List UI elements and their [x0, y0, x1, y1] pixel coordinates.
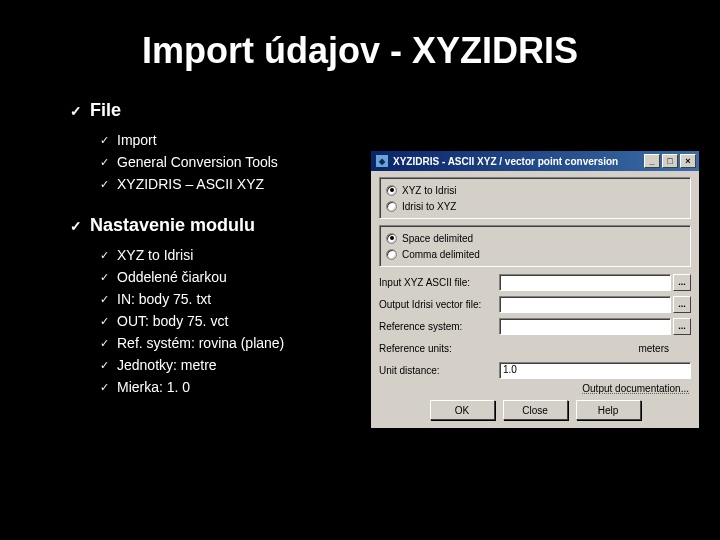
check-icon: ✓ [100, 244, 109, 266]
list-item-text: Mierka: 1. 0 [117, 376, 190, 398]
radio-icon [386, 233, 397, 244]
list-item-text: Oddelené čiarkou [117, 266, 227, 288]
radio-label: Idrisi to XYZ [402, 201, 456, 212]
radio-icon [386, 185, 397, 196]
radio-label: Comma delimited [402, 249, 480, 260]
slide-title: Import údajov - XYZIDRIS [0, 0, 720, 72]
refsys-field[interactable] [499, 318, 671, 335]
refsys-label: Reference system: [379, 321, 499, 332]
list-item: ✓Jednotky: metre [100, 354, 284, 376]
output-file-label: Output Idrisi vector file: [379, 299, 499, 310]
section-heading-text: Nastavenie modulu [90, 215, 255, 236]
input-file-label: Input XYZ ASCII file: [379, 277, 499, 288]
list-item-text: Import [117, 129, 157, 151]
unitdist-field[interactable]: 1.0 [499, 362, 691, 379]
maximize-button[interactable]: □ [662, 154, 678, 168]
section-heading-text: File [90, 100, 121, 121]
list-item-text: OUT: body 75. vct [117, 310, 228, 332]
radio-comma-delimited[interactable]: Comma delimited [386, 246, 684, 262]
list-item: ✓XYZ to Idrisi [100, 244, 284, 266]
list-item-text: XYZIDRIS – ASCII XYZ [117, 173, 264, 195]
nastavenie-sublist: ✓XYZ to Idrisi ✓Oddelené čiarkou ✓IN: bo… [100, 244, 284, 398]
list-item-text: Jednotky: metre [117, 354, 217, 376]
file-sublist: ✓Import ✓General Conversion Tools ✓XYZID… [100, 129, 284, 195]
list-item: ✓Mierka: 1. 0 [100, 376, 284, 398]
output-file-field[interactable] [499, 296, 671, 313]
ok-button[interactable]: OK [430, 400, 495, 420]
dialog-titlebar[interactable]: ◆ XYZIDRIS - ASCII XYZ / vector point co… [371, 151, 699, 171]
check-icon: ✓ [70, 218, 82, 234]
app-icon: ◆ [375, 154, 389, 168]
list-item-text: General Conversion Tools [117, 151, 278, 173]
list-item: ✓OUT: body 75. vct [100, 310, 284, 332]
check-icon: ✓ [100, 310, 109, 332]
direction-panel: XYZ to Idrisi Idrisi to XYZ [379, 177, 691, 219]
refunits-value: meters [499, 343, 691, 354]
check-icon: ✓ [100, 173, 109, 195]
list-item: ✓Ref. systém: rovina (plane) [100, 332, 284, 354]
minimize-button[interactable]: _ [644, 154, 660, 168]
check-icon: ✓ [100, 129, 109, 151]
browse-output-button[interactable]: ... [673, 296, 691, 313]
check-icon: ✓ [100, 376, 109, 398]
radio-label: XYZ to Idrisi [402, 185, 456, 196]
radio-space-delimited[interactable]: Space delimited [386, 230, 684, 246]
section-file: ✓ File ✓Import ✓General Conversion Tools… [70, 100, 284, 195]
list-item-text: Ref. systém: rovina (plane) [117, 332, 284, 354]
dialog-button-row: OK Close Help [379, 398, 691, 420]
check-icon: ✓ [100, 354, 109, 376]
close-button[interactable]: Close [503, 400, 568, 420]
close-window-button[interactable]: × [680, 154, 696, 168]
check-icon: ✓ [100, 332, 109, 354]
list-item: ✓XYZIDRIS – ASCII XYZ [100, 173, 284, 195]
browse-input-button[interactable]: ... [673, 274, 691, 291]
check-icon: ✓ [70, 103, 82, 119]
input-file-field[interactable] [499, 274, 671, 291]
list-item: ✓IN: body 75. txt [100, 288, 284, 310]
delimiter-panel: Space delimited Comma delimited [379, 225, 691, 267]
row-unitdist: Unit distance: 1.0 [379, 361, 691, 379]
radio-idrisi-to-xyz[interactable]: Idrisi to XYZ [386, 198, 684, 214]
row-input-file: Input XYZ ASCII file: ... [379, 273, 691, 291]
xyzidris-dialog: ◆ XYZIDRIS - ASCII XYZ / vector point co… [370, 150, 700, 429]
refunits-label: Reference units: [379, 343, 499, 354]
help-button[interactable]: Help [576, 400, 641, 420]
list-item: ✓Import [100, 129, 284, 151]
check-icon: ✓ [100, 288, 109, 310]
list-item-text: IN: body 75. txt [117, 288, 211, 310]
list-item: ✓General Conversion Tools [100, 151, 284, 173]
check-icon: ✓ [100, 266, 109, 288]
section-heading: ✓ File [70, 100, 284, 121]
radio-label: Space delimited [402, 233, 473, 244]
section-heading: ✓ Nastavenie modulu [70, 215, 284, 236]
radio-xyz-to-idrisi[interactable]: XYZ to Idrisi [386, 182, 684, 198]
check-icon: ✓ [100, 151, 109, 173]
dialog-body: XYZ to Idrisi Idrisi to XYZ Space delimi… [371, 171, 699, 428]
output-documentation-link[interactable]: Output documentation... [379, 383, 689, 394]
unitdist-label: Unit distance: [379, 365, 499, 376]
list-item: ✓Oddelené čiarkou [100, 266, 284, 288]
radio-icon [386, 201, 397, 212]
dialog-title: XYZIDRIS - ASCII XYZ / vector point conv… [393, 156, 618, 167]
browse-refsys-button[interactable]: ... [673, 318, 691, 335]
list-item-text: XYZ to Idrisi [117, 244, 193, 266]
row-refunits: Reference units: meters [379, 339, 691, 357]
row-refsys: Reference system: ... [379, 317, 691, 335]
row-output-file: Output Idrisi vector file: ... [379, 295, 691, 313]
radio-icon [386, 249, 397, 260]
slide-content: ✓ File ✓Import ✓General Conversion Tools… [70, 100, 284, 418]
section-nastavenie: ✓ Nastavenie modulu ✓XYZ to Idrisi ✓Odde… [70, 215, 284, 398]
